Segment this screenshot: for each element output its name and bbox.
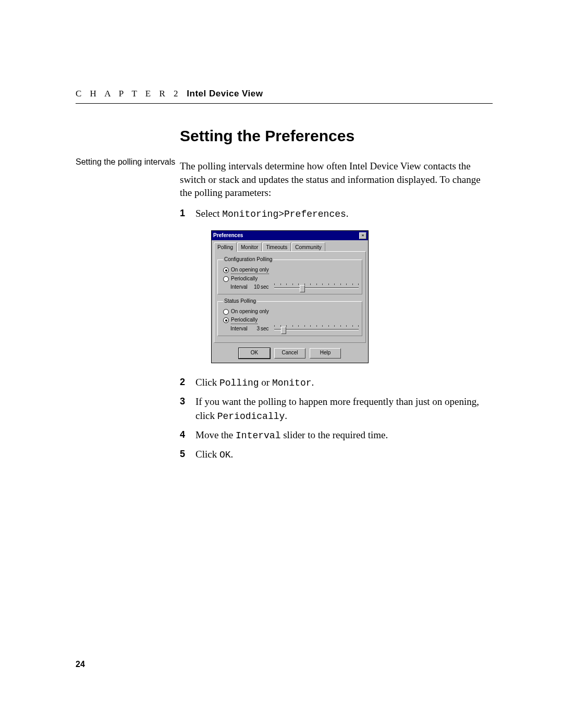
step-5: Click OK. [180, 448, 493, 462]
tab-polling[interactable]: Polling [214, 242, 237, 252]
step-3: If you want the polling to happen more f… [180, 395, 493, 423]
step-4: Move the Interval slider to the required… [180, 428, 493, 442]
group1-legend: Configuration Polling [223, 256, 273, 263]
cancel-button[interactable]: Cancel [274, 348, 305, 359]
group2-legend: Status Polling [223, 298, 257, 305]
preferences-dialog-figure: Preferences × Polling Monitor Timeouts C… [211, 230, 493, 363]
help-button[interactable]: Help [310, 348, 341, 359]
tab-panel: Configuration Polling On opening only Pe… [214, 251, 366, 343]
radio-dot-icon [223, 317, 229, 323]
radio-dot-icon [223, 267, 229, 273]
status-interval-row: Interval 3 sec [230, 325, 359, 332]
chapter-title: Intel Device View [187, 89, 263, 98]
steps-list: Select Monitoring>Preferences. Preferenc… [180, 207, 493, 462]
group-configuration-polling: Configuration Polling On opening only Pe… [217, 256, 362, 294]
config-interval-slider[interactable] [274, 283, 359, 291]
radio-status-on-opening[interactable]: On opening only [223, 308, 359, 315]
tab-monitor[interactable]: Monitor [237, 242, 262, 251]
header-rule [76, 103, 493, 104]
group-status-polling: Status Polling On opening only Periodica… [217, 298, 362, 336]
radio-dot-icon [223, 309, 229, 315]
page-number: 24 [76, 660, 85, 669]
config-interval-row: Interval 10 sec [230, 283, 359, 291]
status-interval-slider[interactable] [274, 325, 359, 332]
step-2: Click Polling or Monitor. [180, 376, 493, 390]
intro-paragraph: The polling intervals determine how ofte… [180, 159, 493, 200]
main-column: Setting the Preferences The polling inte… [180, 127, 493, 467]
section-title: Setting the Preferences [180, 127, 493, 145]
close-icon[interactable]: × [359, 232, 366, 239]
radio-dot-icon [223, 276, 229, 282]
step-1: Select Monitoring>Preferences. Preferenc… [180, 207, 493, 363]
tab-community[interactable]: Community [291, 242, 325, 251]
tab-strip: Polling Monitor Timeouts Community [212, 240, 368, 251]
dialog-titlebar: Preferences × [212, 231, 368, 240]
dialog-button-row: OK Cancel Help [212, 345, 368, 363]
preferences-dialog: Preferences × Polling Monitor Timeouts C… [211, 230, 369, 363]
tab-timeouts[interactable]: Timeouts [262, 242, 291, 251]
radio-config-periodically[interactable]: Periodically [223, 275, 359, 282]
radio-status-periodically[interactable]: Periodically [223, 316, 359, 324]
ok-button[interactable]: OK [239, 348, 270, 359]
running-head: C H A P T E R 2 Intel Device View [76, 89, 493, 99]
radio-config-on-opening[interactable]: On opening only [223, 266, 359, 274]
chapter-label: C H A P T E R 2 [76, 89, 181, 98]
dialog-title: Preferences [213, 232, 243, 239]
margin-note: Setting the polling intervals [76, 127, 180, 467]
